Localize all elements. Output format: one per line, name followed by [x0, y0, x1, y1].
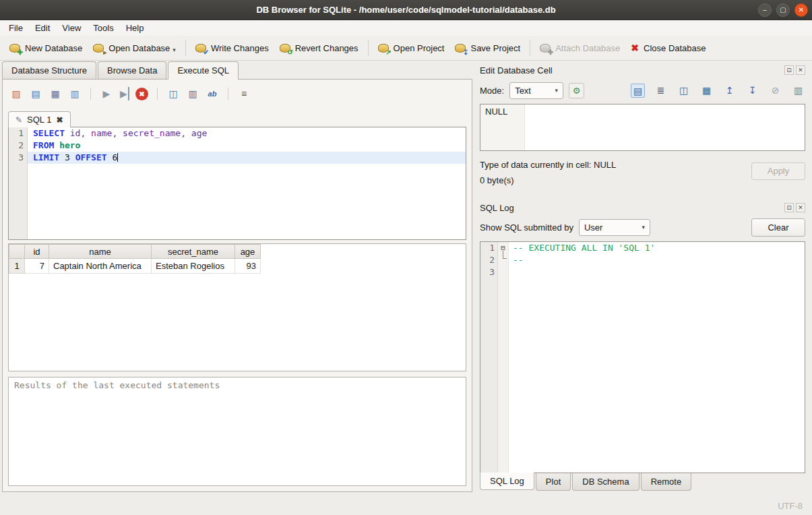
minimize-button[interactable]: – [758, 3, 772, 17]
edit-cell-header: Edit Database Cell ⊡ ✕ [480, 63, 805, 78]
submitted-by-value: User [584, 222, 602, 233]
save-as-icon[interactable]: ▦ [699, 84, 714, 98]
sql-tab[interactable]: ✎ SQL 1 ✖ [8, 111, 71, 127]
open-project-icon: ↗ [378, 44, 389, 53]
float-panel-icon[interactable]: ⊡ [784, 65, 794, 75]
stop-icon[interactable]: ✖ [135, 88, 148, 100]
results-corner [9, 245, 25, 259]
execute-all-icon[interactable]: ▶ [100, 87, 113, 100]
column-header-name[interactable]: name [49, 245, 152, 259]
titlebar[interactable]: DB Browser for SQLite - /home/user/code/… [0, 0, 812, 20]
open-sql-file-icon[interactable]: ▤ [29, 87, 42, 100]
encoding-indicator: UTF-8 [778, 501, 803, 511]
sql-editor[interactable]: 123 SELECT id, name, secret_name, ageFRO… [8, 127, 466, 240]
column-header-age[interactable]: age [235, 245, 261, 259]
edit-cell-title: Edit Database Cell [480, 65, 784, 75]
cell[interactable]: 7 [25, 259, 49, 274]
mode-select[interactable]: Text ▾ [509, 82, 563, 99]
results-message: Results of the last executed statements [8, 377, 466, 486]
browse-results-icon[interactable]: ▥ [186, 87, 199, 100]
cell-editor-area[interactable] [525, 104, 805, 150]
open-database-button[interactable]: ▸Open Database▾ [88, 40, 181, 57]
close-tab-icon[interactable]: ✖ [56, 115, 63, 125]
attach-database-icon: ✚ [540, 44, 551, 53]
sql-toolbar: ▨▤▦▥▶▶✖◫▥ab≡ [8, 85, 466, 102]
attach-database-button[interactable]: ✚Attach Database [534, 40, 625, 57]
tab-execute-sql[interactable]: Execute SQL [168, 61, 239, 80]
print-icon[interactable]: ▥ [791, 84, 805, 98]
main-tab-bar: Database StructureBrowse DataExecute SQL [0, 61, 474, 79]
clear-button[interactable]: Clear [751, 218, 805, 237]
code-token: LIMIT [33, 152, 59, 162]
cell[interactable]: Esteban Rogelios [152, 259, 235, 274]
print-icon[interactable]: ▥ [68, 87, 82, 100]
log-text-column: -- EXECUTING ALL IN 'SQL 1'-- [509, 242, 805, 473]
tab-plot[interactable]: Plot [536, 473, 571, 491]
editor-code-area[interactable]: SELECT id, name, secret_name, ageFROM he… [28, 127, 466, 239]
menu-item-view[interactable]: View [56, 20, 87, 36]
editor-line: SELECT id, name, secret_name, age [28, 127, 466, 140]
cell-editor[interactable]: NULL [480, 104, 805, 151]
menu-item-edit[interactable]: Edit [29, 20, 56, 36]
execute-line-icon[interactable]: ▶ [119, 87, 129, 100]
editor-line: LIMIT 3 OFFSET 6 [28, 152, 466, 164]
format-sql-icon[interactable]: ≡ [237, 87, 251, 100]
execute-sql-panel: ▨▤▦▥▶▶✖◫▥ab≡ ✎ SQL 1 ✖ 123 SELECT id, na… [2, 79, 472, 492]
new-database-icon-overlay: ✚ [18, 49, 23, 56]
cell[interactable]: 93 [235, 259, 261, 274]
code-token: id, name, secret_name, age [65, 128, 207, 138]
cell[interactable]: Captain North America [49, 259, 152, 274]
menu-item-tools[interactable]: Tools [87, 20, 119, 36]
new-database-button[interactable]: ✚New Database [4, 40, 88, 57]
export-icon[interactable]: ↧ [745, 84, 759, 98]
submitted-by-select[interactable]: User ▾ [579, 219, 650, 236]
toolbar-separator [530, 40, 530, 56]
menu-item-help[interactable]: Help [120, 20, 150, 36]
open-database-icon-overlay: ▸ [103, 49, 106, 56]
code-token: 6 [107, 152, 118, 162]
tab-remote[interactable]: Remote [641, 473, 692, 491]
word-wrap-icon[interactable]: ≣ [654, 84, 668, 98]
import-icon[interactable]: ↥ [722, 84, 737, 98]
tab-browse-data[interactable]: Browse Data [98, 61, 166, 79]
float-panel-icon[interactable]: ⊡ [784, 203, 794, 212]
find-replace-icon[interactable]: ab [206, 87, 219, 100]
new-database-icon: ✚ [9, 44, 20, 53]
dropdown-caret-icon[interactable]: ▾ [173, 47, 176, 53]
save-sql-file-icon[interactable]: ▦ [49, 87, 62, 100]
tab-db-schema[interactable]: DB Schema [572, 473, 639, 491]
close-panel-icon[interactable]: ✕ [796, 203, 805, 212]
copy-icon[interactable]: ◫ [677, 84, 691, 98]
tab-sql-log[interactable]: SQL Log [480, 473, 534, 490]
maximize-button[interactable]: ▢ [776, 3, 790, 17]
open-project-icon-overlay: ↗ [385, 49, 391, 56]
open-project-button[interactable]: ↗Open Project [373, 40, 450, 57]
new-sql-file-icon[interactable]: ▨ [9, 87, 23, 100]
write-changes-button-label: Write Changes [211, 43, 269, 53]
content-area: Database StructureBrowse DataExecute SQL… [0, 61, 812, 496]
apply-button[interactable]: Apply [751, 162, 805, 180]
code-token [54, 140, 59, 150]
tab-database-structure[interactable]: Database Structure [2, 61, 96, 79]
close-button[interactable]: ✕ [794, 3, 808, 17]
set-null-icon[interactable]: ⊘ [768, 84, 782, 98]
column-header-secret-name[interactable]: secret_name [152, 245, 235, 259]
auto-detect-mode-icon[interactable]: ⚙ [569, 83, 584, 98]
menu-item-file[interactable]: File [3, 20, 29, 36]
close-database-button[interactable]: ✖Close Database [625, 40, 711, 57]
write-changes-button[interactable]: ✔Write Changes [190, 40, 274, 57]
revert-changes-icon: ↺ [280, 44, 290, 53]
line-number: 3 [9, 152, 27, 164]
open-in-new-tab-icon[interactable]: ◫ [166, 87, 180, 100]
fold-marker[interactable] [498, 254, 508, 266]
save-project-button[interactable]: ↧Save Project [449, 40, 526, 57]
row-number[interactable]: 1 [9, 259, 25, 274]
close-panel-icon[interactable]: ✕ [796, 65, 805, 75]
text-view-icon[interactable]: ▤ [631, 84, 645, 98]
column-header-id[interactable]: id [25, 245, 49, 259]
window-controls: –▢✕ [758, 3, 808, 17]
sql-log-view[interactable]: 123 ⊟ -- EXECUTING ALL IN 'SQL 1'-- [480, 241, 805, 473]
revert-changes-button[interactable]: ↺Revert Changes [274, 40, 364, 57]
line-number: 3 [480, 266, 497, 278]
edit-cell-header-icons: ⊡ ✕ [784, 65, 805, 75]
